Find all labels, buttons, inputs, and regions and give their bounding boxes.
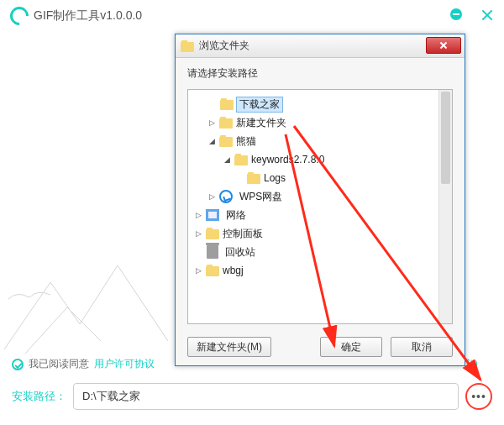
folder-tree: 下载之家 ▷新建文件夹 ◢熊猫 ◢keywords2.7.8.0 Logs ▷W… [187, 89, 453, 324]
app-title: GIF制作工具v1.0.0.0 [34, 8, 142, 24]
folder-icon [206, 265, 219, 276]
tree-label: WPS网盘 [239, 190, 282, 204]
folder-icon [234, 154, 248, 165]
folder-icon [219, 117, 233, 129]
window-controls [450, 8, 494, 22]
tree-label: 回收站 [225, 245, 255, 260]
tree-scrollbar[interactable] [438, 90, 452, 323]
dialog-title: 浏览文件夹 [199, 39, 249, 53]
recycle-bin-icon [207, 245, 218, 259]
collapse-icon[interactable]: ◢ [223, 156, 231, 164]
tree-label: wbgj [223, 265, 244, 276]
tree-node[interactable]: ▷新建文件夹 [192, 113, 449, 132]
tree-label: 网络 [226, 208, 246, 223]
close-button[interactable] [480, 8, 494, 22]
scrollbar-thumb[interactable] [441, 92, 450, 184]
app-logo [6, 3, 32, 29]
minimize-button[interactable] [450, 8, 462, 20]
expand-icon[interactable]: ▷ [195, 267, 202, 275]
install-path-row: 安装路径： ••• [12, 383, 492, 410]
expand-icon[interactable]: ▷ [195, 230, 202, 238]
tree-node[interactable]: ▷wbgj [192, 261, 449, 280]
folder-icon [220, 98, 234, 110]
install-path-input[interactable] [73, 383, 459, 410]
tree-label: keywords2.7.8.0 [251, 154, 324, 165]
cancel-button[interactable]: 取消 [391, 337, 453, 357]
tree-node[interactable]: 回收站 [192, 243, 449, 261]
folder-icon [247, 172, 260, 184]
tree-node[interactable]: ◢keywords2.7.8.0 [192, 150, 449, 169]
dialog-prompt: 请选择安装路径 [176, 58, 465, 81]
folder-icon [181, 40, 194, 52]
agreement-row: 我已阅读同意 用户许可协议 [12, 357, 155, 371]
browse-folder-dialog: 浏览文件夹 请选择安装路径 下载之家 ▷新建文件夹 ◢熊猫 ◢keywords2… [175, 34, 465, 366]
app-title-bar: GIF制作工具v1.0.0.0 [10, 7, 142, 25]
tree-node[interactable]: ▷控制面板 [192, 224, 449, 243]
browse-button[interactable]: ••• [465, 383, 492, 410]
tree-node[interactable]: ▷WPS网盘 [192, 187, 449, 206]
tree-label: 下载之家 [237, 97, 282, 112]
tree-node[interactable]: ◢熊猫 [192, 132, 449, 150]
tree-label: 新建文件夹 [236, 116, 286, 130]
collapse-icon[interactable]: ◢ [208, 138, 216, 145]
dialog-button-row: 新建文件夹(M) 确定 取消 [187, 337, 453, 357]
expand-icon[interactable]: ▷ [195, 212, 202, 219]
tree-node-selected[interactable]: 下载之家 [192, 95, 449, 113]
tree-node[interactable]: Logs [192, 169, 449, 187]
agreement-checkbox[interactable] [12, 359, 24, 370]
agreement-prefix: 我已阅读同意 [29, 357, 89, 371]
tree-label: Logs [264, 172, 286, 184]
folder-icon [219, 135, 233, 147]
ok-button[interactable]: 确定 [320, 337, 382, 357]
tree-node[interactable]: ▷网络 [192, 206, 449, 224]
expand-icon[interactable]: ▷ [208, 193, 216, 201]
tree-label: 控制面板 [223, 227, 263, 241]
new-folder-button[interactable]: 新建文件夹(M) [187, 337, 271, 357]
control-panel-icon [206, 228, 219, 239]
agreement-link[interactable]: 用户许可协议 [94, 357, 155, 371]
wps-cloud-icon [219, 190, 233, 203]
dialog-titlebar[interactable]: 浏览文件夹 [176, 34, 465, 58]
network-icon [206, 209, 219, 221]
dialog-close-button[interactable] [426, 37, 461, 54]
expand-icon[interactable]: ▷ [208, 119, 216, 127]
tree-label: 熊猫 [236, 134, 256, 149]
install-path-label: 安装路径： [12, 389, 66, 404]
agreement-suffix: 义） [464, 357, 484, 371]
